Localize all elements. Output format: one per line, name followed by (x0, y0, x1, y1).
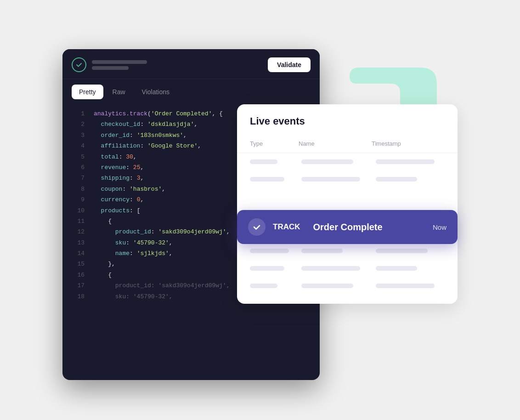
line-number: 7 (70, 173, 85, 183)
track-check-icon (248, 218, 266, 236)
header-line-2 (92, 66, 129, 70)
track-method-label: TRACK (273, 222, 300, 232)
placeholder-cell (376, 249, 428, 253)
line-number: 9 (70, 194, 85, 205)
code-text: sku: '45790-32', (94, 238, 173, 248)
code-text: }, (94, 259, 115, 269)
track-timestamp: Now (433, 223, 447, 231)
placeholder-cell (376, 177, 417, 182)
placeholder-cell (250, 177, 284, 182)
placeholder-row-5 (237, 260, 458, 277)
placeholder-row-2 (237, 170, 458, 188)
code-tabs: Pretty Raw Violations (62, 79, 320, 99)
live-panel-header: Live events (237, 104, 458, 135)
line-number: 1 (70, 108, 85, 119)
live-events-title: Live events (250, 115, 445, 127)
line-number: 15 (70, 259, 85, 269)
code-text: sku: '45790-32', (94, 291, 173, 302)
placeholder-cell (250, 266, 284, 271)
placeholder-cell (250, 249, 289, 253)
code-text: currency: 0, (94, 194, 144, 205)
code-text: products: [ (94, 205, 140, 216)
code-header: Validate (62, 49, 320, 79)
code-text: affiliation: 'Google Store', (94, 141, 201, 151)
line-number: 3 (70, 130, 85, 141)
code-text: product_id: 'sakd309o4jerd09wj', (94, 280, 230, 291)
placeholder-row-4 (237, 242, 458, 260)
line-number: 4 (70, 141, 85, 151)
line-number: 10 (70, 205, 85, 216)
col-type: Type (250, 140, 299, 147)
header-line-1 (92, 60, 147, 64)
validation-check-circle (72, 57, 86, 72)
code-text: name: 'sjlkjds', (94, 248, 173, 259)
code-text: coupon: 'hasbros', (94, 184, 165, 194)
placeholder-cell (301, 159, 353, 164)
line-number: 13 (70, 238, 85, 248)
line-number: 11 (70, 216, 85, 227)
line-number: 12 (70, 227, 85, 237)
placeholder-row-6 (237, 277, 458, 295)
validate-button[interactable]: Validate (268, 57, 311, 72)
code-text: { (94, 216, 112, 227)
tab-pretty[interactable]: Pretty (72, 85, 103, 99)
code-text: total: 30, (94, 152, 137, 162)
placeholder-cell (301, 266, 360, 271)
line-number: 14 (70, 248, 85, 259)
placeholder-cell (376, 266, 417, 271)
placeholder-cell (301, 284, 353, 288)
code-text: order_id: '183sn0smkws', (94, 130, 187, 141)
code-text: checkout_id: 'dskdlasjdja', (94, 119, 198, 130)
line-number: 6 (70, 162, 85, 173)
placeholder-cell (250, 284, 277, 288)
placeholder-cell (250, 159, 277, 164)
placeholder-cell (301, 177, 360, 182)
line-number: 18 (70, 291, 85, 302)
placeholder-cell (301, 249, 343, 253)
scene: Validate Pretty Raw Violations 1 analyti… (53, 31, 467, 389)
placeholder-row-1 (237, 153, 458, 170)
header-left (72, 57, 147, 72)
code-text: product_id: 'sakd309o4jerd09wj', (94, 227, 230, 237)
line-number: 5 (70, 152, 85, 162)
placeholder-cell (376, 284, 435, 288)
header-placeholder-lines (92, 60, 147, 70)
line-number: 2 (70, 119, 85, 130)
tab-violations[interactable]: Violations (135, 85, 177, 99)
line-number: 8 (70, 184, 85, 194)
code-text: shipping: 3, (94, 173, 144, 183)
tab-raw[interactable]: Raw (105, 85, 133, 99)
line-number: 17 (70, 280, 85, 291)
track-notification: TRACK Order Complete Now (237, 210, 458, 244)
col-name: Name (299, 140, 372, 147)
track-event-name: Order Complete (313, 222, 425, 233)
live-events-panel: Live events Type Name Timestamp (237, 104, 458, 304)
live-panel-columns: Type Name Timestamp (237, 135, 458, 153)
code-text: { (94, 270, 112, 280)
code-text: revenue: 25, (94, 162, 144, 173)
col-timestamp: Timestamp (372, 140, 445, 147)
placeholder-cell (376, 159, 435, 164)
code-text: analytics.track('Order Completed', { (94, 108, 223, 119)
line-number: 16 (70, 270, 85, 280)
